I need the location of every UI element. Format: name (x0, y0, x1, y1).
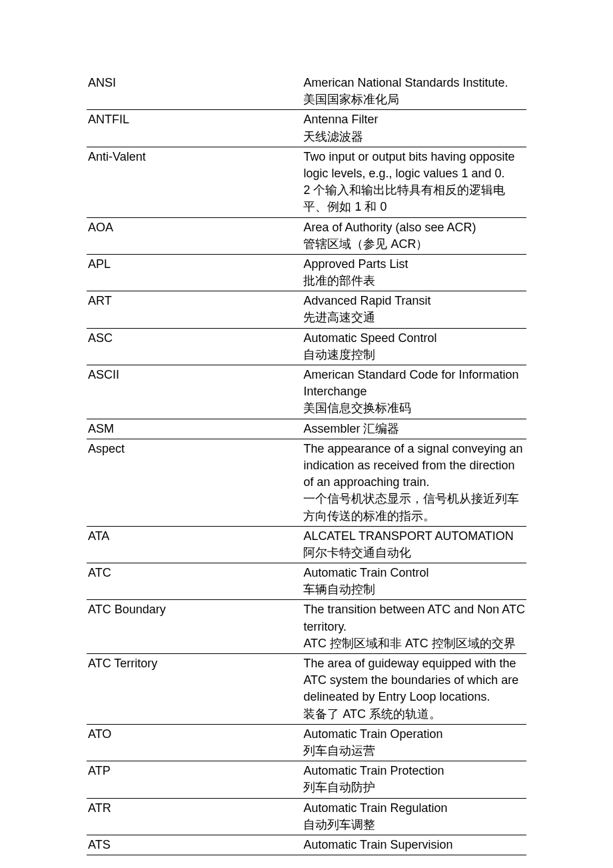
glossary-table: ANSIAmerican National Standards Institut… (87, 73, 526, 855)
definition-line: 美国国家标准化局 (303, 91, 525, 108)
term-cell: ATA (87, 526, 302, 563)
term-cell: ASM (87, 419, 302, 439)
definition-cell: The transition between ATC and Non ATC t… (302, 600, 526, 654)
definition-line: Automatic Train Control (303, 565, 525, 581)
table-row: ANTFILAntenna Filter天线滤波器 (87, 110, 526, 147)
term-cell: ATP (87, 761, 302, 798)
definition-line: The area of guideway equipped with the A… (303, 655, 525, 706)
definition-line: 先进高速交通 (303, 309, 525, 326)
definition-cell: Automatic Train Control车辆自动控制 (302, 563, 526, 600)
definition-line: 自动速度控制 (303, 347, 525, 363)
term-cell: ASC (87, 328, 302, 365)
table-row: ATRAutomatic Train Regulation自动列车调整 (87, 798, 526, 835)
definition-line: Advanced Rapid Transit (303, 293, 525, 309)
table-row: ATC TerritoryThe area of guideway equipp… (87, 654, 526, 725)
definition-line: The transition between ATC and Non ATC t… (303, 601, 525, 635)
definition-line: Automatic Train Supervision (303, 837, 525, 853)
table-row: ATOAutomatic Train Operation列车自动运营 (87, 724, 526, 761)
table-row: ATSAutomatic Train Supervision (87, 835, 526, 855)
definition-line: Automatic Train Regulation (303, 800, 525, 817)
term-cell: Aspect (87, 439, 302, 526)
definition-cell: Advanced Rapid Transit先进高速交通 (302, 291, 526, 328)
definition-cell: Automatic Train Operation列车自动运营 (302, 724, 526, 761)
term-cell: ATO (87, 724, 302, 761)
term-cell: ATR (87, 798, 302, 835)
term-cell: ATC Territory (87, 654, 302, 725)
definition-line: 天线滤波器 (303, 129, 525, 145)
definition-cell: Approved Parts List批准的部件表 (302, 254, 526, 291)
definition-cell: Antenna Filter天线滤波器 (302, 110, 526, 147)
definition-line: American National Standards Institute. (303, 75, 525, 91)
definition-cell: American Standard Code for Information I… (302, 365, 526, 419)
glossary-body: ANSIAmerican National Standards Institut… (87, 73, 526, 855)
definition-line: The appearance of a signal conveying an … (303, 441, 525, 491)
term-cell: ATS (87, 835, 302, 855)
table-row: APLApproved Parts List批准的部件表 (87, 254, 526, 291)
definition-cell: Automatic Train Protection列车自动防护 (302, 761, 526, 798)
definition-line: 2 个输入和输出比特具有相反的逻辑电平、例如 1 和 0 (303, 182, 525, 215)
definition-line: Antenna Filter (303, 111, 525, 128)
definition-line: 装备了 ATC 系统的轨道。 (303, 706, 525, 723)
definition-cell: Area of Authority (also see ACR)管辖区域（参见 … (302, 217, 526, 254)
table-row: ASCIIAmerican Standard Code for Informat… (87, 365, 526, 419)
table-row: Anti-ValentTwo input or output bits havi… (87, 147, 526, 217)
table-row: ATPAutomatic Train Protection列车自动防护 (87, 761, 526, 798)
table-row: AspectThe appearance of a signal conveyi… (87, 439, 526, 526)
term-cell: ANSI (87, 73, 302, 110)
term-cell: ASCII (87, 365, 302, 419)
definition-line: American Standard Code for Information I… (303, 367, 525, 400)
definition-cell: The appearance of a signal conveying an … (302, 439, 526, 526)
definition-line: ATC 控制区域和非 ATC 控制区域的交界 (303, 635, 525, 652)
table-row: ATC BoundaryThe transition between ATC a… (87, 600, 526, 654)
definition-line: Assembler 汇编器 (303, 421, 525, 437)
definition-line: ALCATEL TRANSPORT AUTOMATION (303, 528, 525, 545)
definition-line: 车辆自动控制 (303, 581, 525, 598)
definition-cell: Two input or output bits having opposite… (302, 147, 526, 217)
definition-line: 阿尔卡特交通自动化 (303, 545, 525, 561)
definition-cell: Automatic Speed Control自动速度控制 (302, 328, 526, 365)
term-cell: ANTFIL (87, 110, 302, 147)
term-cell: Anti-Valent (87, 147, 302, 217)
definition-line: 批准的部件表 (303, 273, 525, 289)
definition-line: Automatic Train Protection (303, 763, 525, 779)
definition-line: Automatic Train Operation (303, 726, 525, 743)
table-row: AOAArea of Authority (also see ACR)管辖区域（… (87, 217, 526, 254)
definition-cell: Automatic Train Supervision (302, 835, 526, 855)
definition-line: Approved Parts List (303, 256, 525, 273)
definition-line: 美国信息交换标准码 (303, 400, 525, 417)
definition-line: 一个信号机状态显示，信号机从接近列车方向传送的标准的指示。 (303, 491, 525, 524)
table-row: ATCAutomatic Train Control车辆自动控制 (87, 563, 526, 600)
term-cell: AOA (87, 217, 302, 254)
table-row: ATAALCATEL TRANSPORT AUTOMATION阿尔卡特交通自动化 (87, 526, 526, 563)
table-row: ASCAutomatic Speed Control自动速度控制 (87, 328, 526, 365)
term-cell: APL (87, 254, 302, 291)
definition-cell: Assembler 汇编器 (302, 419, 526, 439)
term-cell: ATC (87, 563, 302, 600)
term-cell: ATC Boundary (87, 600, 302, 654)
table-row: ASMAssembler 汇编器 (87, 419, 526, 439)
definition-cell: The area of guideway equipped with the A… (302, 654, 526, 725)
definition-line: Two input or output bits having opposite… (303, 149, 525, 182)
definition-cell: ALCATEL TRANSPORT AUTOMATION阿尔卡特交通自动化 (302, 526, 526, 563)
table-row: ANSIAmerican National Standards Institut… (87, 73, 526, 110)
definition-line: Area of Authority (also see ACR) (303, 219, 525, 236)
definition-line: 列车自动防护 (303, 779, 525, 796)
definition-line: Automatic Speed Control (303, 330, 525, 347)
definition-cell: Automatic Train Regulation自动列车调整 (302, 798, 526, 835)
table-row: ARTAdvanced Rapid Transit先进高速交通 (87, 291, 526, 328)
definition-line: 列车自动运营 (303, 743, 525, 759)
term-cell: ART (87, 291, 302, 328)
definition-cell: American National Standards Institute.美国… (302, 73, 526, 110)
definition-line: 自动列车调整 (303, 817, 525, 833)
definition-line: 管辖区域（参见 ACR） (303, 236, 525, 253)
